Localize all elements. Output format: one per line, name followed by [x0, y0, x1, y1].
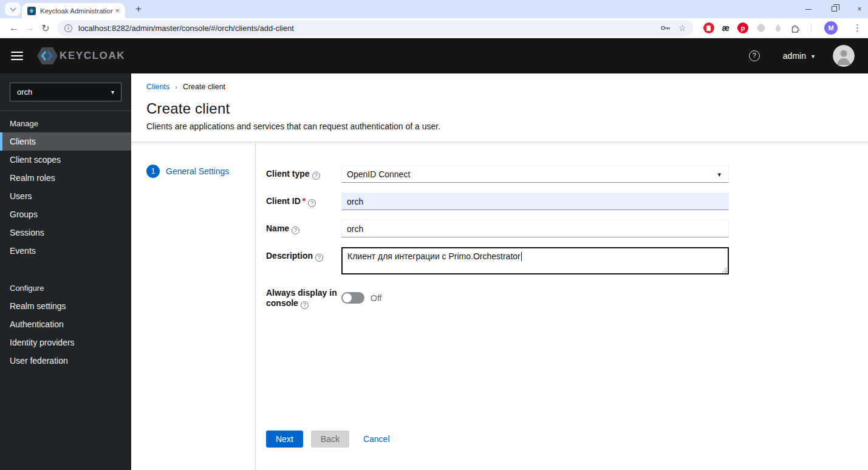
wizard-step-general-settings[interactable]: 1 General Settings — [146, 165, 255, 178]
bookmark-star-icon[interactable]: ☆ — [678, 23, 686, 33]
client-id-row: Client ID*? — [266, 192, 868, 210]
app-body: orch ▾ Manage Clients Client scopes Real… — [0, 73, 868, 470]
description-label: Description? — [266, 247, 341, 274]
configure-section-label: Configure — [0, 276, 131, 297]
description-textarea[interactable]: Клиент для интеграции с Primo.Orchestrat… — [341, 247, 729, 274]
avatar[interactable] — [833, 45, 855, 67]
sidebar-item-groups[interactable]: Groups — [0, 205, 131, 223]
name-label: Name? — [266, 220, 341, 237]
step-number-badge: 1 — [146, 165, 160, 178]
wizard-form: Client type? OpenID Connect ▾ Client ID*… — [255, 143, 868, 470]
window-restore-button[interactable] — [829, 5, 839, 13]
window-minimize-button[interactable] — [804, 5, 813, 13]
omnibox-right-icons: ☆ — [660, 23, 686, 33]
sidebar-item-clients[interactable]: Clients — [0, 132, 131, 151]
extensions-puzzle-icon[interactable] — [790, 23, 801, 33]
hand-icon — [706, 26, 711, 31]
hamburger-menu-icon[interactable] — [11, 49, 23, 63]
sidebar-item-user-federation[interactable]: User federation — [0, 352, 131, 370]
realm-selector[interactable]: orch ▾ — [10, 83, 121, 101]
page-subtitle: Clients are applications and services th… — [146, 121, 853, 141]
description-value: Клиент для интеграции с Primo.Orchestrat… — [347, 251, 521, 261]
name-help-icon[interactable]: ? — [292, 226, 299, 234]
tab-search-button[interactable] — [5, 2, 21, 16]
url-text[interactable]: localhost:8282/admin/master/console/#/or… — [78, 24, 655, 33]
breadcrumb-current: Create client — [183, 83, 225, 91]
sidebar-item-realm-settings[interactable]: Realm settings — [0, 297, 131, 315]
sidebar-item-users[interactable]: Users — [0, 187, 131, 205]
breadcrumb-separator-icon: › — [175, 83, 177, 90]
new-tab-button[interactable]: + — [131, 2, 146, 16]
window-controls: × — [804, 0, 864, 18]
browser-menu-icon[interactable]: ⋮ — [853, 22, 862, 33]
client-id-input[interactable] — [341, 192, 729, 210]
client-type-help-icon[interactable]: ? — [312, 172, 320, 180]
minimize-icon — [805, 9, 812, 10]
address-bar[interactable]: i localhost:8282/admin/master/console/#/… — [57, 20, 694, 36]
window-close-button[interactable]: × — [855, 5, 864, 13]
client-type-select[interactable]: OpenID Connect — [341, 165, 729, 183]
always-display-toggle[interactable] — [341, 292, 364, 304]
toggle-state-label: Off — [371, 293, 381, 303]
keycloak-masthead: KEYCLOAK ? admin ▾ — [0, 38, 868, 73]
keycloak-brand[interactable]: KEYCLOAK — [36, 46, 125, 66]
browser-toolbar: ← → ↻ i localhost:8282/admin/master/cons… — [0, 18, 868, 38]
p-badge-extension-icon[interactable]: p — [737, 22, 748, 33]
wizard-steps-nav: 1 General Settings — [131, 143, 255, 470]
sidebar-item-realm-roles[interactable]: Realm roles — [0, 169, 131, 187]
keycloak-logo-icon — [36, 46, 58, 66]
tab-close-icon[interactable]: × — [113, 6, 121, 15]
user-menu[interactable]: admin ▾ — [783, 51, 815, 61]
required-asterisk: * — [302, 196, 306, 206]
wizard-actions: Next Back Cancel — [266, 431, 868, 470]
browser-tab[interactable]: Keycloak Administration Console × — [22, 3, 125, 18]
person-icon — [833, 45, 855, 67]
client-id-label: Client ID*? — [266, 192, 341, 210]
next-button[interactable]: Next — [266, 431, 303, 448]
sidebar-item-authentication[interactable]: Authentication — [0, 315, 131, 333]
sidebar-item-sessions[interactable]: Sessions — [0, 223, 131, 242]
step-label: General Settings — [166, 166, 229, 176]
back-icon[interactable]: ← — [6, 22, 22, 33]
create-client-wizard: 1 General Settings Client type? OpenID C… — [131, 143, 868, 470]
forward-icon[interactable]: → — [22, 22, 38, 33]
site-info-icon[interactable]: i — [64, 24, 72, 32]
always-display-label: Always display in console? — [266, 284, 341, 309]
tab-title: Keycloak Administration Console — [40, 7, 113, 15]
help-icon[interactable]: ? — [749, 50, 760, 61]
page-header: Clients › Create client Create client Cl… — [131, 73, 868, 141]
breadcrumb-clients-link[interactable]: Clients — [146, 83, 169, 91]
browser-profile-avatar[interactable]: M — [824, 21, 838, 35]
keycloak-favicon — [27, 7, 36, 15]
globe-extension-icon[interactable] — [756, 23, 766, 33]
resize-handle[interactable] — [722, 267, 727, 273]
select-caret-icon: ▾ — [717, 171, 721, 179]
client-id-help-icon[interactable]: ? — [308, 199, 316, 207]
sidebar-item-identity-providers[interactable]: Identity providers — [0, 333, 131, 352]
adblock-hand-extension-icon[interactable] — [703, 22, 714, 33]
description-help-icon[interactable]: ? — [315, 254, 323, 262]
sidebar-item-client-scopes[interactable]: Client scopes — [0, 151, 131, 169]
text-cursor — [521, 252, 522, 261]
name-row: Name? — [266, 220, 868, 237]
username-label: admin — [783, 51, 806, 61]
realm-name: orch — [17, 87, 32, 97]
client-type-value: OpenID Connect — [347, 169, 410, 179]
reload-icon[interactable]: ↻ — [38, 22, 53, 34]
caret-down-icon: ▾ — [111, 89, 114, 95]
password-key-icon[interactable] — [660, 24, 671, 32]
cancel-button[interactable]: Cancel — [363, 434, 390, 444]
always-display-help-icon[interactable]: ? — [301, 301, 309, 309]
ae-extension-icon[interactable]: æ — [722, 23, 730, 33]
extensions-row: æ p M ⋮ — [703, 21, 862, 35]
chevron-down-icon — [10, 5, 16, 12]
description-row: Description? Клиент для интеграции с Pri… — [266, 247, 868, 274]
droplet-extension-icon[interactable] — [774, 23, 782, 33]
sidebar-item-events[interactable]: Events — [0, 242, 131, 260]
always-display-row: Always display in console? Off — [266, 284, 868, 309]
sidebar: orch ▾ Manage Clients Client scopes Real… — [0, 73, 131, 470]
client-type-row: Client type? OpenID Connect ▾ — [266, 165, 868, 183]
name-input[interactable] — [341, 220, 729, 237]
breadcrumb: Clients › Create client — [146, 83, 853, 91]
back-button[interactable]: Back — [311, 431, 349, 448]
